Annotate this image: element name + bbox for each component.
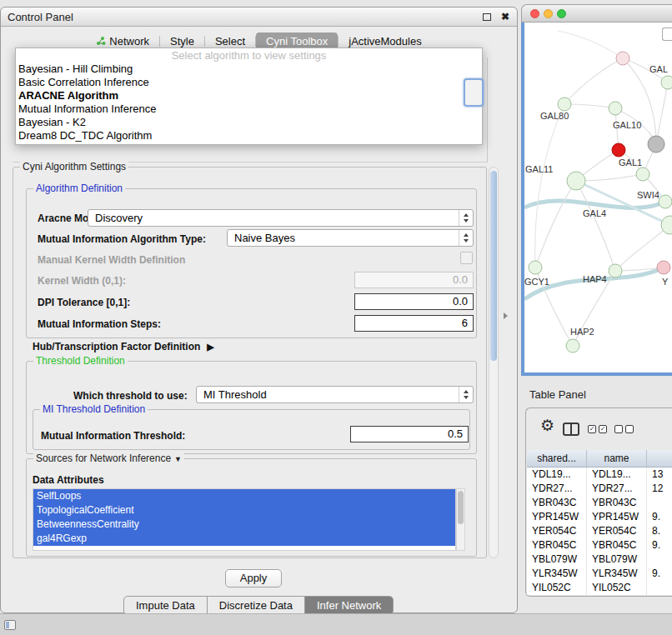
algorithm-menu-item[interactable]: Bayesian - Hill Climbing [16, 62, 482, 76]
table-row[interactable]: YBR043CYBR043C [527, 496, 672, 510]
table-row[interactable]: YPR145WYPR145W9. [527, 510, 672, 524]
mi-algorithm-type-label: Mutual Information Algorithm Type: [38, 233, 206, 245]
control-panel-titlebar[interactable]: Control Panel ✖ [1, 8, 517, 27]
bottom-tab-discretize-data[interactable]: Discretize Data [207, 597, 304, 614]
network-node[interactable] [616, 52, 629, 65]
table-cell: 12 [647, 482, 672, 496]
select-all-columns-icon[interactable]: ✓ ✓ [588, 425, 607, 433]
table-row[interactable]: YER054CYER054C8. [527, 524, 672, 538]
algorithm-definition-title: Algorithm Definition [33, 182, 125, 194]
network-node[interactable] [636, 168, 649, 181]
network-edge[interactable] [656, 82, 668, 144]
network-edge[interactable] [576, 181, 615, 271]
table-row[interactable]: YDL19...YDL19...13 [527, 468, 672, 482]
mi-threshold-definition-title: MI Threshold Definition [40, 403, 148, 415]
zoom-traffic-light[interactable] [557, 9, 566, 18]
network-node[interactable] [661, 76, 672, 89]
which-threshold-combo[interactable]: MI Threshold [196, 386, 474, 403]
network-edge[interactable] [535, 104, 564, 268]
algorithm-menu-item[interactable]: Basic Correlation Inference [16, 76, 482, 89]
mi-algorithm-type-combo[interactable]: Naive Bayes [227, 229, 474, 247]
attribute-list-scrollbar[interactable] [456, 488, 465, 551]
network-edge[interactable] [576, 174, 643, 181]
algorithm-menu-item[interactable]: Mutual Information Inference [16, 102, 482, 116]
network-canvas-area[interactable]: GALGAL80GAL10GAL11GAL1SWI4GAL4GCY1HAP4YH… [521, 22, 672, 376]
network-edge[interactable] [524, 201, 665, 208]
column-settings-icon[interactable] [563, 422, 579, 436]
table-cell [647, 552, 672, 567]
close-traffic-light[interactable] [530, 9, 539, 18]
mi-steps-input[interactable]: 6 [354, 315, 474, 332]
sources-group-title[interactable]: Sources for Network Inference▼ [33, 452, 184, 464]
column-header[interactable]: shared... [527, 450, 587, 467]
network-node[interactable] [529, 261, 542, 274]
network-node[interactable] [657, 261, 670, 274]
algorithm-menu-item[interactable]: ARACNE Algorithm [16, 89, 482, 102]
table-row[interactable]: YLR345WYLR345W9. [527, 567, 672, 581]
aracne-mode-value: Discovery [95, 210, 143, 226]
scrollbar-thumb[interactable] [490, 171, 497, 361]
gear-icon[interactable]: ⚙ [540, 417, 554, 435]
node-label: Y [662, 277, 669, 287]
data-attributes-label: Data Attributes [33, 474, 104, 486]
attribute-list-item[interactable]: TopologicalCoefficient [33, 503, 455, 518]
attribute-list-item[interactable]: SelfLoops [33, 489, 455, 503]
checked-box-icon: ✓ [599, 425, 607, 433]
attribute-list-item[interactable]: gal4RGexp [33, 532, 455, 546]
mi-threshold-input[interactable]: 0.5 [350, 426, 469, 442]
hub-transcription-factor-label: Hub/Transcription Factor Definition [33, 341, 200, 352]
control-panel-dock-icon[interactable] [4, 620, 16, 630]
network-canvas[interactable]: GALGAL80GAL10GAL11GAL1SWI4GAL4GCY1HAP4YH… [524, 22, 672, 372]
dpi-tolerance-input[interactable]: 0.0 [354, 293, 474, 310]
settings-scrollbar[interactable] [489, 167, 499, 558]
float-window-icon[interactable] [483, 13, 491, 21]
network-node[interactable] [609, 264, 622, 278]
collapse-arrow-icon[interactable]: ▼ [174, 455, 182, 463]
network-node[interactable] [566, 339, 579, 352]
bottom-tab-impute-data[interactable]: Impute Data [124, 597, 207, 614]
threshold-definition-title: Threshold Definition [33, 355, 128, 367]
combo-stepper-icon[interactable] [459, 230, 473, 246]
attribute-list[interactable]: SelfLoopsTopologicalCoefficientBetweenne… [33, 488, 456, 551]
column-header[interactable] [647, 450, 672, 467]
hub-transcription-factor-toggle[interactable]: Hub/Transcription Factor Definition▶ [33, 341, 214, 352]
bottom-tab-infer-network[interactable]: Infer Network [304, 597, 393, 614]
focused-button-artifact[interactable] [464, 78, 484, 107]
attribute-list-item[interactable]: BetweennessCentrality [33, 518, 455, 532]
close-window-icon[interactable]: ✖ [501, 11, 509, 22]
table-row[interactable]: YDR27...YDR27...12 [527, 482, 672, 496]
node-label: GAL80 [540, 111, 569, 121]
network-node[interactable] [659, 195, 672, 208]
unchecked-box-icon [614, 425, 623, 433]
status-strip [0, 613, 672, 635]
minimize-traffic-light[interactable] [544, 9, 553, 18]
table-row[interactable]: YBL079WYBL079W [527, 552, 672, 567]
network-edge[interactable] [564, 104, 615, 108]
table-row[interactable]: YBR045CYBR045C9. [527, 538, 672, 552]
column-header[interactable]: name [587, 450, 647, 467]
table-row[interactable]: YIL052CYIL052C [527, 581, 672, 595]
network-node[interactable] [558, 98, 571, 111]
network-node[interactable] [612, 143, 625, 157]
menu-placeholder: Select algorithm to view settings [16, 48, 482, 62]
network-edge[interactable] [558, 31, 623, 58]
deselect-all-columns-icon[interactable] [614, 425, 634, 433]
aracne-mode-combo[interactable]: Discovery [88, 209, 474, 227]
table-cell: 13 [647, 468, 672, 482]
network-edge[interactable] [535, 181, 576, 268]
scrollbar-thumb[interactable] [458, 491, 464, 524]
network-window-titlebar[interactable] [521, 4, 672, 22]
network-node[interactable] [648, 136, 664, 152]
apply-button[interactable]: Apply [225, 569, 282, 588]
network-overlay-button[interactable] [662, 28, 672, 41]
expand-arrow-icon[interactable]: ▶ [207, 342, 213, 352]
network-node[interactable] [609, 102, 622, 115]
table-cell: YDL19... [527, 468, 587, 482]
algorithm-menu-item[interactable]: Dream8 DC_TDC Algorithm [16, 129, 482, 142]
combo-stepper-icon[interactable] [459, 387, 473, 402]
network-edge[interactable] [564, 58, 623, 104]
algorithm-menu-item[interactable]: Bayesian - K2 [16, 116, 482, 129]
network-node[interactable] [567, 172, 585, 190]
combo-stepper-icon[interactable] [459, 210, 473, 226]
panel-collapse-arrow[interactable] [504, 312, 508, 319]
